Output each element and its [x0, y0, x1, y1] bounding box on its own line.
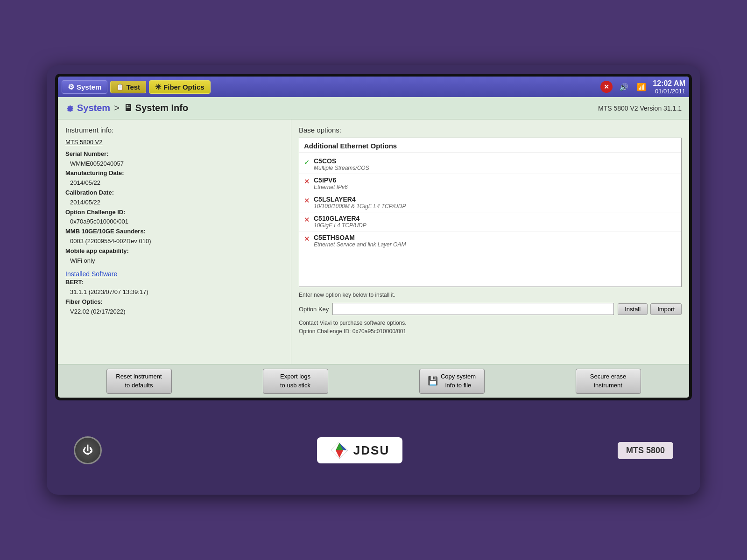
fiberoptics-icon: ✳ [155, 83, 161, 91]
right-panel: Base options: Additional Ethernet Option… [291, 119, 689, 364]
jdsu-diamond-icon [330, 441, 349, 460]
taskbar: ⚙ System 📋 Test ✳ Fiber Optics ✕ 🔊 [58, 77, 689, 97]
fiberoptics-sw-value: V22.02 (02/17/2022) [65, 308, 126, 315]
field-mfg-date: Manufacturing Date: 2014/05/22 [65, 168, 283, 188]
option-desc-c5ethsoam: Ethernet Service and link Layer OAM [314, 241, 406, 248]
secure-erase-button[interactable]: Secure eraseinstrument [576, 369, 641, 394]
cal-date-value: 2014/05/22 [65, 199, 100, 206]
field-cal-date: Calibration Date: 2014/05/22 [65, 188, 283, 208]
cross-icon-c5lslayer4: ✕ [304, 196, 310, 205]
option-c5ipv6: ✕ C5IPV6 Ethernet IPv6 [299, 174, 681, 193]
instrument-info-header: Instrument info: [65, 126, 283, 134]
floppy-icon: 💾 [428, 375, 438, 387]
bert-label: BERT: [65, 279, 83, 286]
breadcrumb-bar: System > 🖥 System Info MTS 5800 V2 Versi… [58, 97, 689, 119]
options-box-title: Additional Ethernet Options [299, 140, 681, 153]
mfg-date-label: Manufacturing Date: [65, 169, 124, 176]
check-icon-c5cos: ✓ [304, 158, 310, 167]
test-icon: 📋 [116, 84, 124, 91]
mobile-app-value: WiFi only [65, 257, 95, 264]
serial-label: Serial Number: [65, 150, 108, 157]
mmb-label: MMB 10GE/10GE Saunders: [65, 228, 146, 235]
option-c510glayer4-text: C510GLAYER4 10GigE L4 TCP/UDP [314, 215, 366, 229]
mobile-app-label: Mobile app capability: [65, 247, 129, 254]
mts-label: MTS 5800 [618, 442, 673, 459]
sysinfo-icon: 🖥 [123, 103, 133, 113]
field-mobile-app: Mobile app capability: WiFi only [65, 246, 283, 266]
option-c5ipv6-text: C5IPV6 Ethernet IPv6 [314, 176, 348, 190]
breadcrumb-system[interactable]: System [65, 103, 110, 113]
device-outer: ⚙ System 📋 Test ✳ Fiber Optics ✕ 🔊 [47, 65, 700, 495]
options-box: Additional Ethernet Options ✓ C5COS Mult… [299, 138, 682, 287]
option-challenge-value: 0x70a95c010000/001 [65, 218, 128, 225]
field-bert: BERT: 31.1.1 (2023/07/07 13:39:17) [65, 278, 283, 297]
status-x-icon: ✕ [600, 81, 613, 93]
instrument-model: MTS 5800 V2 [65, 138, 283, 147]
cal-date-label: Calibration Date: [65, 189, 114, 196]
bottom-bar: Reset instrumentto defaults Export logst… [58, 364, 689, 398]
field-serial: Serial Number: WMME0052040057 [65, 149, 283, 169]
screen: ⚙ System 📋 Test ✳ Fiber Optics ✕ 🔊 [58, 77, 689, 398]
option-code-c510glayer4: C510GLAYER4 [314, 215, 366, 222]
bert-value: 31.1.1 (2023/07/07 13:39:17) [65, 288, 148, 295]
option-desc-c5lslayer4: 10/100/1000M & 1GigE L4 TCP/UDP [314, 203, 406, 210]
serial-value: WMME0052040057 [65, 160, 124, 167]
instrument-info: MTS 5800 V2 Serial Number: WMME005204005… [65, 138, 283, 266]
option-code-c5cos: C5COS [314, 157, 369, 165]
option-key-input[interactable] [332, 303, 614, 315]
option-c5cos: ✓ C5COS Multiple Streams/COS [299, 155, 681, 174]
reset-instrument-button[interactable]: Reset instrumentto defaults [106, 369, 172, 394]
option-code-c5ipv6: C5IPV6 [314, 176, 348, 184]
tab-system-label: System [77, 83, 101, 91]
installed-software-link[interactable]: Installed Software [65, 270, 283, 278]
option-c5ethsoam-text: C5ETHSOAM Ethernet Service and link Laye… [314, 234, 406, 248]
option-desc-c5cos: Multiple Streams/COS [314, 165, 369, 171]
version-info: MTS 5800 V2 Version 31.1.1 [598, 105, 682, 112]
tab-test-label: Test [126, 83, 140, 91]
screen-bezel: ⚙ System 📋 Test ✳ Fiber Optics ✕ 🔊 [55, 74, 692, 400]
cross-icon-c510glayer4: ✕ [304, 216, 310, 224]
device-bottom: ⏻ JDSU MTS 5800 [55, 406, 692, 495]
option-c510glayer4: ✕ C510GLAYER4 10GigE L4 TCP/UDP [299, 212, 681, 231]
signal-icon: 📶 [635, 80, 648, 93]
jdsu-label: JDSU [353, 443, 389, 458]
cross-icon-c5ethsoam: ✕ [304, 235, 310, 243]
tab-test[interactable]: 📋 Test [110, 81, 146, 93]
copy-system-info-button[interactable]: 💾 Copy systeminfo to file [419, 369, 485, 394]
clock: 12:02 AM 01/01/2011 [653, 79, 685, 95]
export-logs-button[interactable]: Export logsto usb stick [263, 369, 328, 394]
install-import-row: Install Import [618, 303, 682, 315]
option-desc-c5ipv6: Ethernet IPv6 [314, 184, 348, 190]
tab-fiberoptics[interactable]: ✳ Fiber Optics [149, 80, 211, 94]
tab-fiberoptics-label: Fiber Optics [163, 83, 204, 91]
fiberoptics-sw-label: Fiber Optics: [65, 298, 103, 305]
option-key-label: Option Key [299, 306, 329, 313]
mfg-date-value: 2014/05/22 [65, 179, 100, 186]
install-button[interactable]: Install [618, 303, 648, 315]
clock-time: 12:02 AM [653, 79, 685, 88]
volume-icon[interactable]: 🔊 [617, 80, 630, 93]
copy-system-info-label: Copy systeminfo to file [441, 372, 476, 389]
software-info: BERT: 31.1.1 (2023/07/07 13:39:17) Fiber… [65, 278, 283, 316]
system-gear-icon: ⚙ [68, 83, 74, 91]
power-button[interactable]: ⏻ [74, 436, 102, 464]
mmb-value: 0003 (22009554-002Rev 010) [65, 238, 151, 245]
breadcrumb-system-label: System [77, 103, 110, 113]
option-c5cos-text: C5COS Multiple Streams/COS [314, 157, 369, 171]
breadcrumb-current: 🖥 System Info [123, 103, 188, 113]
option-code-c5ethsoam: C5ETHSOAM [314, 234, 406, 241]
base-options-header: Base options: [299, 126, 682, 134]
import-button[interactable]: Import [650, 303, 682, 315]
tab-system[interactable]: ⚙ System [62, 80, 107, 94]
taskbar-tabs: ⚙ System 📋 Test ✳ Fiber Optics [62, 80, 211, 94]
cross-icon-c5ipv6: ✕ [304, 177, 310, 186]
breadcrumb-gear-icon [65, 104, 75, 113]
field-mmb: MMB 10GE/10GE Saunders: 0003 (22009554-0… [65, 227, 283, 246]
field-fiberoptics: Fiber Optics: V22.02 (02/17/2022) [65, 297, 283, 317]
left-panel: Instrument info: MTS 5800 V2 Serial Numb… [58, 119, 291, 364]
option-desc-c510glayer4: 10GigE L4 TCP/UDP [314, 222, 366, 229]
clock-date: 01/01/2011 [653, 88, 685, 95]
field-option-challenge: Option Challenge ID: 0x70a95c010000/001 [65, 208, 283, 227]
jdsu-logo: JDSU [317, 437, 402, 463]
taskbar-right: ✕ 🔊 📶 12:02 AM 01/01/2011 [600, 79, 685, 95]
